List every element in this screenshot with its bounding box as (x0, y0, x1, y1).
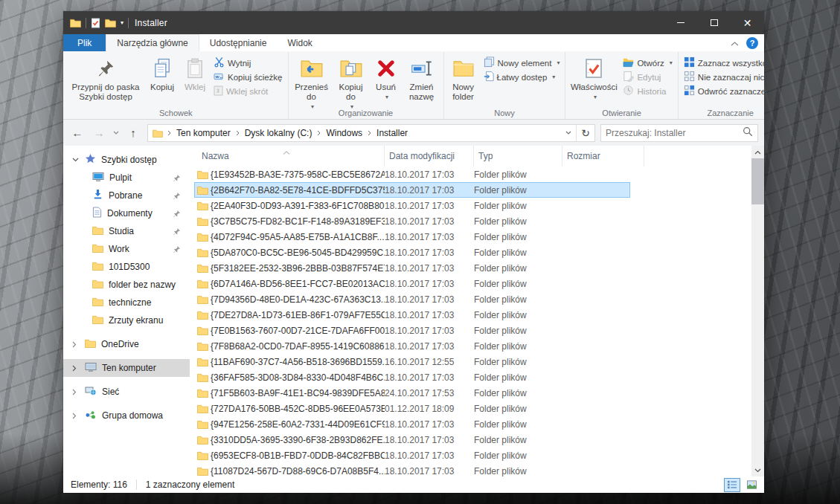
collapse-ribbon-icon[interactable] (731, 38, 739, 48)
select-none-button[interactable]: Nie zaznaczaj nic (681, 70, 764, 84)
close-button[interactable]: ✕ (731, 11, 764, 34)
cut-button[interactable]: Wytnij (211, 56, 286, 70)
table-row[interactable]: {2B642F70-BA82-5E78-41CE-BDFFD5C375... 1… (194, 182, 630, 198)
scrollbar-thumb[interactable] (751, 158, 764, 204)
properties-button[interactable]: Właściwości (568, 54, 620, 103)
maximize-button[interactable] (697, 11, 731, 34)
column-header-type[interactable]: Typ (474, 146, 562, 167)
easy-access-button[interactable]: Łatwy dostęp (481, 70, 563, 84)
chevron-down-icon[interactable] (72, 158, 80, 162)
details-view-button[interactable] (724, 478, 740, 492)
chevron-right-icon[interactable] (72, 365, 80, 372)
sidebar-item-quick-access[interactable]: Szybki dostęp (63, 151, 190, 169)
table-row[interactable]: {2EA40F3D-0D93-A391-F383-6F1C708B80... 1… (194, 198, 630, 213)
delete-button[interactable]: Usuń (370, 54, 403, 103)
paste-shortcut-button[interactable]: Wklej skrót (211, 84, 286, 98)
table-row[interactable]: {7D94356D-48E0-DE1A-423C-67A363C13... 18… (194, 291, 630, 307)
sidebar-item-homegroup[interactable]: Grupa domowa (63, 407, 190, 424)
chevron-right-icon[interactable] (72, 389, 80, 395)
scroll-up-icon[interactable] (751, 146, 764, 158)
select-all-button[interactable]: Zaznacz wszystko (681, 56, 764, 70)
up-icon[interactable]: ↑ (124, 124, 143, 142)
table-row[interactable]: {7F8B68A2-0CD0-7DAF-8955-1419C60886... 1… (194, 338, 630, 354)
table-row[interactable]: {11BAF690-37C7-4A56-B518-3696BD1559... 1… (194, 354, 630, 369)
sidebar-item-documents[interactable]: Dokumenty (63, 204, 190, 222)
sidebar-item-desktop[interactable]: Pulpit (63, 169, 190, 187)
help-icon[interactable]: ? (746, 37, 758, 49)
table-row[interactable]: {1E93452B-BA3E-7375-958C-EBC5E8672A... 1… (194, 167, 630, 182)
folder-icon (194, 419, 211, 429)
column-header-date[interactable]: Data modyfikacji (385, 146, 474, 167)
table-row[interactable]: {5DA870C0-BC5C-BE96-5045-BD429959C... 18… (194, 245, 630, 260)
rename-button[interactable]: Zmień nazwę (403, 54, 441, 103)
sidebar-item-work[interactable]: Work (63, 240, 190, 258)
sidebar-item-folder-bez-nazwy[interactable]: folder bez nazwy (63, 276, 190, 294)
table-row[interactable]: {71F5B603-BA9F-41E1-BC94-9839DFE5A8... 2… (194, 385, 630, 401)
file-type: Folder plików (474, 201, 563, 211)
sidebar-item-this-pc[interactable]: Ten komputer (63, 359, 190, 377)
minimize-button[interactable] (664, 11, 697, 34)
properties-icon (585, 55, 603, 82)
vertical-scrollbar[interactable] (751, 146, 764, 476)
back-icon[interactable]: ← (68, 124, 87, 142)
open-button[interactable]: Otwórz (620, 56, 675, 70)
thumbnails-view-button[interactable] (743, 478, 760, 492)
customize-qat-chevron-icon[interactable]: ▾ (121, 19, 124, 26)
scroll-down-icon[interactable] (751, 464, 764, 476)
pin-to-quick-access-button[interactable]: Przypnij do paska Szybki dostęp (66, 54, 145, 103)
new-folder-button[interactable]: Nowy folder (446, 54, 481, 103)
invert-selection-button[interactable]: Odwróć zaznaczenie (681, 84, 764, 98)
table-row[interactable]: {3C7B5C75-FD82-BC1F-F148-89A3189EF3... 1… (194, 213, 630, 229)
table-row[interactable]: {6D7A146A-BD56-8EE1-FCC7-BE02013AC... 18… (194, 276, 630, 291)
forward-icon[interactable]: → (89, 124, 109, 142)
address-dropdown-chevron-icon[interactable] (561, 125, 576, 141)
copy-path-button[interactable]: Kopiuj ścieżkę (211, 70, 286, 84)
tab-view[interactable]: Widok (277, 34, 322, 51)
table-row[interactable]: {947E1256-258E-60A2-7331-44D09E61CF99} 1… (194, 416, 630, 432)
search-input[interactable] (601, 128, 743, 138)
chevron-right-icon[interactable] (72, 341, 80, 348)
chevron-right-icon[interactable] (72, 413, 80, 419)
table-row[interactable]: {36FAF585-3D08-3D84-8330-4D048F4B6C... 1… (194, 369, 630, 385)
button-label: Kopiuj ścieżkę (228, 73, 283, 82)
breadcrumb-this-pc[interactable]: Ten komputer (172, 128, 235, 138)
column-header-size[interactable]: Rozmiar (562, 146, 644, 167)
table-row[interactable]: {4D72F94C-95A5-AA85-E75B-A1A1CB8F... 18.… (194, 229, 630, 245)
refresh-icon[interactable]: ↻ (577, 125, 594, 141)
new-folder-quick-icon[interactable] (105, 18, 116, 28)
table-row[interactable]: {6953ECF8-0B1B-FBD7-0DDB-84C82FBBC... 18… (194, 448, 630, 463)
table-row[interactable]: {5F3182EE-2532-3B96-2BBB-03B87F574E76} 1… (194, 260, 630, 276)
table-row[interactable]: {7DE27D8A-1D73-61EB-86F1-079AF7E55C... 1… (194, 307, 630, 323)
tab-file[interactable]: Plik (63, 34, 106, 51)
column-header-name[interactable]: Nazwa (197, 146, 385, 167)
paste-button[interactable]: Wklej (179, 54, 211, 94)
tab-home[interactable]: Narzędzia główne (106, 34, 199, 51)
table-row[interactable]: {727DA176-50BB-452C-8DB5-96EE0A573E... 0… (194, 401, 630, 416)
new-item-button[interactable]: Nowy element (481, 56, 563, 70)
breadcrumb-drive-c[interactable]: Dysk lokalny (C:) (240, 128, 317, 138)
table-row[interactable]: {11087D24-567D-7D88-69C6-D7A08B5F4... 18… (194, 463, 630, 476)
address-bar[interactable]: Ten komputer Dysk lokalny (C:) Windows I… (147, 124, 595, 142)
sidebar-item-techniczne[interactable]: techniczne (63, 294, 190, 311)
move-to-button[interactable]: Przenieś do (291, 54, 333, 113)
breadcrumb-installer[interactable]: Installer (372, 128, 412, 138)
breadcrumb-windows[interactable]: Windows (321, 128, 367, 138)
folder-icon (194, 169, 211, 179)
recent-locations-chevron-icon[interactable] (111, 124, 121, 142)
sidebar-item-onedrive[interactable]: OneDrive (63, 335, 190, 353)
sidebar-item-downloads[interactable]: Pobrane (63, 187, 190, 204)
table-row[interactable]: {7E0B1563-7607-00D7-21CE-7DAFA6FF00... 1… (194, 323, 630, 338)
pushpin-icon (96, 55, 115, 82)
sidebar-item-zrzuty-ekranu[interactable]: Zrzuty ekranu (63, 311, 190, 329)
copy-to-button[interactable]: Kopiuj do (333, 54, 370, 113)
table-row[interactable]: {3310DD5A-3695-3390-6F38-2B93D862FE... 1… (194, 432, 630, 448)
sidebar-item-studia[interactable]: Studia (63, 222, 190, 240)
search-icon[interactable] (743, 126, 753, 140)
tab-share[interactable]: Udostępnianie (199, 34, 278, 51)
edit-button[interactable]: Edytuj (620, 70, 675, 84)
copy-button[interactable]: Kopiuj (145, 54, 179, 94)
sidebar-item-101d5300[interactable]: 101D5300 (63, 258, 190, 276)
sidebar-item-network[interactable]: Sieć (63, 383, 190, 401)
history-button[interactable]: Historia (620, 84, 675, 98)
properties-quick-icon[interactable] (91, 18, 100, 28)
